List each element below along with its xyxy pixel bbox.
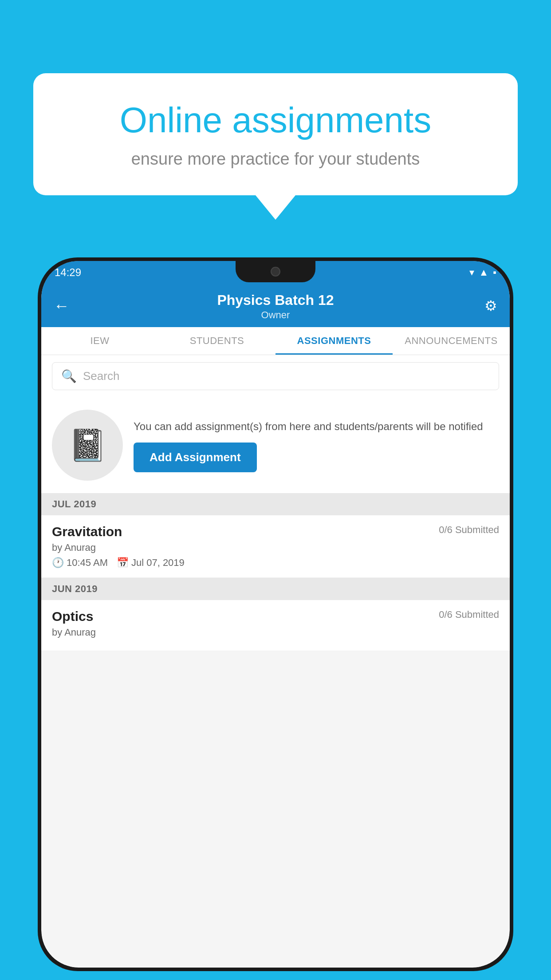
- assignment-time-value: 10:45 AM: [67, 557, 108, 569]
- header-title-group: Physics Batch 12 Owner: [55, 292, 496, 321]
- assignment-meta: 🕐 10:45 AM 📅 Jul 07, 2019: [52, 557, 499, 569]
- notebook-icon: 📓: [68, 427, 107, 463]
- clock-icon: 🕐: [52, 557, 64, 569]
- notch: [236, 261, 315, 282]
- assignment-item-gravitation[interactable]: Gravitation 0/6 Submitted by Anurag 🕐 10…: [41, 515, 510, 578]
- assignment-item-optics[interactable]: Optics 0/6 Submitted by Anurag: [41, 600, 510, 651]
- phone-screen: 14:29 ▾ ▲ ▪ ← Physics Batch 12 Owner ⚙: [41, 261, 510, 968]
- search-placeholder: Search: [83, 369, 119, 383]
- assignment-date: 📅 Jul 07, 2019: [117, 557, 185, 569]
- header-title: Physics Batch 12: [55, 292, 496, 308]
- add-assignment-section: 📓 You can add assignment(s) from here an…: [41, 397, 510, 493]
- assignment-item-top-optics: Optics 0/6 Submitted: [52, 609, 499, 624]
- status-time: 14:29: [55, 266, 81, 279]
- speech-bubble: Online assignments ensure more practice …: [33, 73, 518, 195]
- speech-bubble-title: Online assignments: [64, 100, 487, 141]
- battery-icon: ▪: [493, 267, 496, 278]
- back-button[interactable]: ←: [54, 296, 70, 315]
- tab-announcements[interactable]: ANNOUNCEMENTS: [393, 327, 510, 355]
- phone-inner: 14:29 ▾ ▲ ▪ ← Physics Batch 12 Owner ⚙: [41, 261, 510, 968]
- section-header-jul: JUL 2019: [41, 493, 510, 515]
- tab-assignments[interactable]: ASSIGNMENTS: [276, 327, 393, 355]
- assignment-name: Gravitation: [52, 524, 122, 539]
- tab-bar: IEW STUDENTS ASSIGNMENTS ANNOUNCEMENTS: [41, 327, 510, 355]
- assignment-author-optics: by Anurag: [52, 627, 499, 638]
- assignment-author: by Anurag: [52, 542, 499, 553]
- assignment-icon-circle: 📓: [52, 410, 123, 481]
- add-assignment-button[interactable]: Add Assignment: [134, 443, 257, 472]
- assignment-submitted: 0/6 Submitted: [439, 524, 499, 536]
- search-bar[interactable]: 🔍 Search: [52, 362, 499, 390]
- phone-frame: 14:29 ▾ ▲ ▪ ← Physics Batch 12 Owner ⚙: [38, 257, 513, 971]
- calendar-icon: 📅: [117, 557, 129, 569]
- assignment-date-value: Jul 07, 2019: [131, 557, 185, 569]
- section-header-jun: JUN 2019: [41, 578, 510, 600]
- header-subtitle: Owner: [55, 309, 496, 321]
- assignment-time: 🕐 10:45 AM: [52, 557, 108, 569]
- signal-icon: ▲: [479, 267, 488, 278]
- status-icons: ▾ ▲ ▪: [469, 267, 496, 278]
- speech-bubble-subtitle: ensure more practice for your students: [64, 150, 487, 169]
- front-camera: [271, 267, 280, 277]
- add-assignment-right: You can add assignment(s) from here and …: [134, 419, 499, 472]
- assignment-item-top: Gravitation 0/6 Submitted: [52, 524, 499, 539]
- empty-state-description: You can add assignment(s) from here and …: [134, 419, 499, 435]
- search-container: 🔍 Search: [41, 355, 510, 397]
- assignment-name-optics: Optics: [52, 609, 93, 624]
- tab-students[interactable]: STUDENTS: [158, 327, 276, 355]
- search-icon: 🔍: [61, 369, 77, 383]
- settings-icon[interactable]: ⚙: [484, 297, 497, 314]
- wifi-icon: ▾: [469, 267, 474, 278]
- tab-iew[interactable]: IEW: [41, 327, 158, 355]
- assignment-submitted-optics: 0/6 Submitted: [439, 609, 499, 620]
- header-content: ← Physics Batch 12 Owner ⚙: [41, 284, 510, 327]
